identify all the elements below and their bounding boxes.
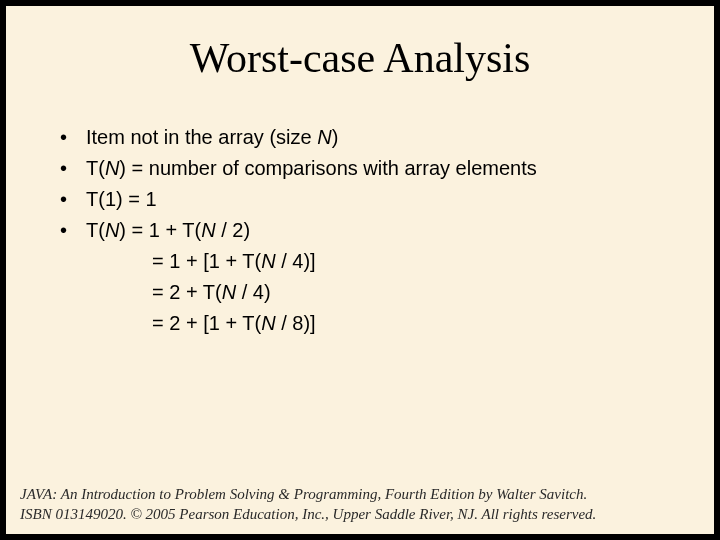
equation-text: = 1 + [1 + T(N / 4)] [152,246,316,277]
equation-text: = 2 + [1 + T(N / 8)] [152,308,316,339]
text: , Fourth Edition by Walter Savitch. [377,486,587,502]
bullet-mark: • [56,122,86,153]
text: T( [86,219,105,241]
text: T(1) = 1 [86,188,157,210]
text: T( [86,157,105,179]
bullet-mark: • [56,153,86,184]
footer-line-2: ISBN 013149020. © 2005 Pearson Education… [20,505,700,525]
var-n: N [222,281,236,303]
text: / 4)] [276,250,316,272]
bullet-item: • T(N) = 1 + T(N / 2) [56,215,664,246]
equation-line: = 1 + [1 + T(N / 4)] [56,246,664,277]
equation-line: = 2 + [1 + T(N / 8)] [56,308,664,339]
text: ) = number of comparisons with array ele… [119,157,536,179]
bullet-item: • T(1) = 1 [56,184,664,215]
var-n: N [317,126,331,148]
equation-line: = 2 + T(N / 4) [56,277,664,308]
bullet-item: • Item not in the array (size N) [56,122,664,153]
text: Item not in the array (size [86,126,317,148]
var-n: N [201,219,215,241]
book-title: JAVA: An Introduction to Problem Solving… [20,486,377,502]
bullet-text: T(N) = 1 + T(N / 2) [86,215,664,246]
text: = 2 + T( [152,281,222,303]
text: ) [332,126,339,148]
bullet-mark: • [56,215,86,246]
text: ) = 1 + T( [119,219,201,241]
bullet-item: • T(N) = number of comparisons with arra… [56,153,664,184]
equation-text: = 2 + T(N / 4) [152,277,271,308]
footer-line-1: JAVA: An Introduction to Problem Solving… [20,485,700,505]
bullet-text: T(1) = 1 [86,184,664,215]
content-area: Worst-case Analysis • Item not in the ar… [6,6,714,479]
var-n: N [105,157,119,179]
text: = 1 + [1 + T( [152,250,261,272]
text: / 4) [236,281,270,303]
slide: Worst-case Analysis • Item not in the ar… [6,6,714,534]
footer: JAVA: An Introduction to Problem Solving… [6,479,714,534]
bullet-text: T(N) = number of comparisons with array … [86,153,664,184]
slide-title: Worst-case Analysis [56,34,664,82]
var-n: N [105,219,119,241]
var-n: N [261,250,275,272]
var-n: N [261,312,275,334]
bullet-mark: • [56,184,86,215]
text: = 2 + [1 + T( [152,312,261,334]
text: / 8)] [276,312,316,334]
bullet-text: Item not in the array (size N) [86,122,664,153]
bullet-list: • Item not in the array (size N) • T(N) … [56,122,664,339]
text: / 2) [216,219,250,241]
